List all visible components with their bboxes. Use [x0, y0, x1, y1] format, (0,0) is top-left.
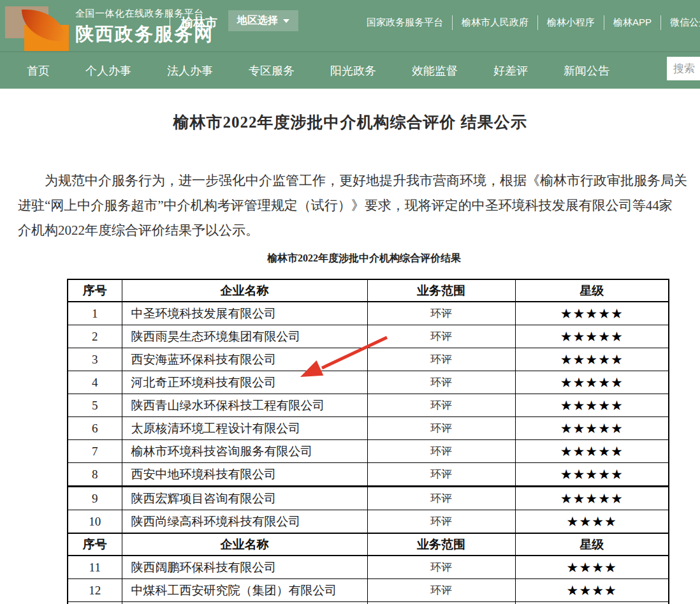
nav-item-personal[interactable]: 个人办事 [85, 63, 131, 78]
nav-item-home[interactable]: 首页 [27, 63, 50, 78]
table-row: 5 陕西青山绿水环保科技工程有限公司 环评 ★★★★★ [68, 394, 669, 417]
star-rating: ★★★★★ [515, 417, 669, 440]
table-caption: 榆林市2022年度涉批中介机构综合评价结果 [14, 252, 700, 265]
row-no: 12 [68, 579, 122, 602]
row-no: 5 [68, 394, 122, 417]
company-name: 中煤科工西安研究院（集团）有限公司 [122, 579, 367, 602]
star-rating: ★★★★ [515, 556, 669, 579]
company-name: 榆林市环境科技咨询服务有限公司 [122, 440, 367, 463]
business-scope: 环评 [367, 417, 515, 440]
row-no: 11 [68, 556, 122, 579]
company-name: 陕西青山绿水环保科技工程有限公司 [122, 394, 367, 417]
col-header-company: 企业名称 [122, 533, 367, 556]
star-rating: ★★★★★ [515, 348, 669, 371]
business-scope: 环评 [367, 348, 515, 371]
star-rating: ★★★★★ [515, 440, 669, 463]
row-no: 4 [68, 371, 122, 394]
table-row: 3 西安海蓝环保科技有限公司 环评 ★★★★★ [68, 348, 669, 371]
business-scope: 环评 [367, 602, 515, 604]
col-header-company: 企业名称 [122, 279, 367, 302]
table-row: 4 河北奇正环境科技有限公司 环评 ★★★★★ [68, 371, 669, 394]
nav-item-news[interactable]: 新闻公告 [564, 63, 609, 78]
table-row: 8 西安中地环境科技有限公司 环评 ★★★★★ [68, 463, 669, 487]
company-name: 陕西宏辉项目咨询有限公司 [122, 487, 367, 510]
table-row: 10 陕西尚绿高科环境科技有限公司 环评 ★★★★ [68, 510, 669, 534]
company-name: 河北奇正环境科技有限公司 [122, 371, 367, 394]
header-links: 国家政务服务平台 榆林市人民政府 榆林小程序 榆林APP 微信公众号 注册 [358, 15, 700, 30]
star-rating: ★★★★★ [515, 463, 669, 487]
table-row: 13 渭南华山环保科技发展有限责任公司 环评 ★★★★ [68, 602, 669, 604]
row-no: 6 [68, 417, 122, 440]
table-row: 11 陕西阔鹏环保科技有限公司 环评 ★★★★ [68, 556, 669, 579]
col-header-stars: 星级 [515, 533, 669, 556]
col-header-scope: 业务范围 [367, 279, 515, 302]
business-scope: 环评 [367, 394, 515, 417]
table-row: 1 中圣环境科技发展有限公司 环评 ★★★★★ [68, 302, 669, 325]
link-yulin-app[interactable]: 榆林APP [604, 15, 661, 30]
table-header-row: 序号 企业名称 业务范围 星级 [68, 279, 669, 302]
company-name: 陕西尚绿高科环境科技有限公司 [122, 510, 367, 534]
business-scope: 环评 [367, 463, 515, 487]
main-nav: 首页 个人办事 法人办事 专区服务 阳光政务 效能监督 好差评 新闻公告 [0, 51, 700, 89]
table-header-row-repeat: 序号 企业名称 业务范围 星级 [68, 533, 669, 556]
star-rating: ★★★★ [515, 510, 669, 534]
nav-item-rating[interactable]: 好差评 [493, 63, 528, 78]
business-scope: 环评 [367, 556, 515, 579]
business-scope: 环评 [367, 325, 515, 348]
star-rating: ★★★★★ [515, 487, 669, 510]
table-row: 7 榆林市环境科技咨询服务有限公司 环评 ★★★★★ [68, 440, 669, 463]
company-name: 西安中地环境科技有限公司 [122, 463, 367, 487]
company-name: 渭南华山环保科技发展有限责任公司 [122, 602, 367, 604]
col-header-no: 序号 [68, 279, 122, 302]
table-row: 9 陕西宏辉项目咨询有限公司 环评 ★★★★★ [68, 487, 669, 510]
paragraph-line: 为规范中介服务行为，进一步强化中介监管工作，更好地提升我市营商环境，根据《榆林市… [18, 168, 700, 193]
region-select-label: 地区选择 [237, 14, 278, 27]
nav-item-zone-services[interactable]: 专区服务 [249, 63, 295, 78]
company-name: 中圣环境科技发展有限公司 [122, 302, 367, 325]
link-wechat-official[interactable]: 微信公众号 [661, 15, 700, 30]
paragraph-line: 介机构2022年度综合评价结果予以公示。 [18, 218, 700, 243]
nav-item-efficiency-supervision[interactable]: 效能监督 [412, 63, 458, 78]
star-rating: ★★★★★ [515, 394, 669, 417]
col-header-stars: 星级 [515, 279, 669, 302]
search-input[interactable] [667, 57, 700, 80]
header-divider [170, 11, 170, 38]
row-no: 7 [68, 440, 122, 463]
row-no: 8 [68, 463, 122, 487]
nav-item-legal-person[interactable]: 法人办事 [167, 63, 213, 78]
row-no: 9 [68, 487, 122, 510]
company-name: 西安海蓝环保科技有限公司 [122, 348, 367, 371]
region-select-button[interactable]: 地区选择 [228, 10, 298, 31]
link-yulin-miniprogram[interactable]: 榆林小程序 [538, 15, 604, 30]
current-city-label: 榆林市 [181, 15, 217, 31]
col-header-scope: 业务范围 [367, 533, 515, 556]
row-no: 2 [68, 325, 122, 348]
star-rating: ★★★★★ [515, 371, 669, 394]
table-row: 2 陕西雨昊生态环境集团有限公司 环评 ★★★★★ [68, 325, 669, 348]
paragraph-line: 进驻“网上中介服务超市”中介机构考评管理规定（试行）》要求，现将评定的中圣环境科… [18, 193, 700, 218]
row-no: 3 [68, 348, 122, 371]
site-logo [5, 5, 69, 48]
table-row: 12 中煤科工西安研究院（集团）有限公司 环评 ★★★★ [68, 579, 669, 602]
star-rating: ★★★★★ [515, 325, 669, 348]
nav-item-open-government[interactable]: 阳光政务 [330, 63, 376, 78]
business-scope: 环评 [367, 579, 515, 602]
row-no: 1 [68, 302, 122, 325]
company-name: 太原核清环境工程设计有限公司 [122, 417, 367, 440]
link-national-platform[interactable]: 国家政务服务平台 [358, 15, 453, 30]
row-no: 10 [68, 510, 122, 534]
business-scope: 环评 [367, 371, 515, 394]
star-rating: ★★★★★ [515, 302, 669, 325]
star-rating: ★★★★ [515, 602, 669, 604]
notice-paragraph: 为规范中介服务行为，进一步强化中介监管工作，更好地提升我市营商环境，根据《榆林市… [18, 168, 700, 243]
business-scope: 环评 [367, 487, 515, 510]
business-scope: 环评 [367, 440, 515, 463]
site-header: 全国一体化在线政务服务平台 陕西政务服务网 榆林市 地区选择 国家政务服务平台 … [0, 0, 700, 51]
evaluation-results-table: 序号 企业名称 业务范围 星级 1 中圣环境科技发展有限公司 环评 ★★★★★ … [67, 279, 669, 604]
table-row: 6 太原核清环境工程设计有限公司 环评 ★★★★★ [68, 417, 669, 440]
caret-down-icon [283, 19, 289, 23]
page-title: 榆林市2022年度涉批中介机构综合评价 结果公示 [0, 112, 700, 133]
star-rating: ★★★★ [515, 579, 669, 602]
link-yulin-government[interactable]: 榆林市人民政府 [453, 15, 538, 30]
business-scope: 环评 [367, 302, 515, 325]
